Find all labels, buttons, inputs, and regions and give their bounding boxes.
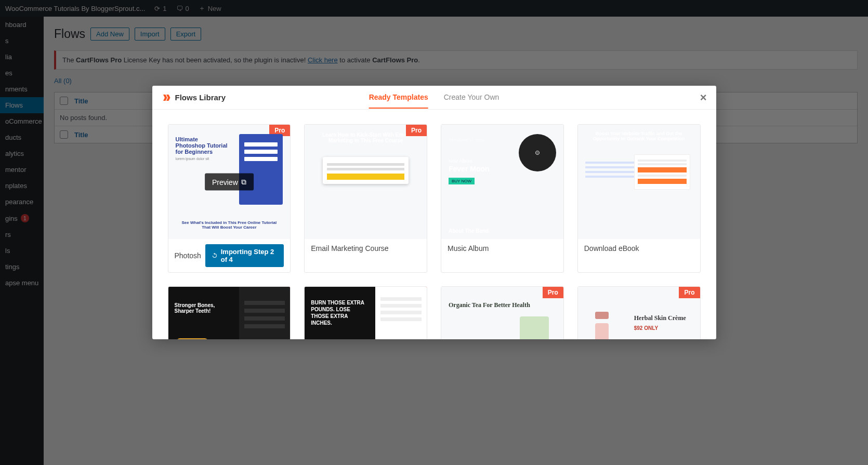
template-thumb: Pro Ultimate Photoshop Tutorial for Begi… bbox=[168, 125, 291, 239]
modal-title-text: Flows Library bbox=[175, 93, 226, 102]
flows-library-modal: Flows Library Ready Templates Create You… bbox=[152, 86, 716, 339]
importing-label: Importing Step 2 of 4 bbox=[221, 248, 278, 263]
template-title: Download eBook bbox=[584, 244, 639, 253]
modal-body: Pro Ultimate Photoshop Tutorial for Begi… bbox=[152, 110, 716, 339]
preview-label: Preview bbox=[212, 178, 238, 186]
template-thumb: Pro Herbal Skin Crème$92 ONLY bbox=[578, 287, 700, 339]
tab-create-your-own[interactable]: Create Your Own bbox=[444, 87, 499, 109]
pro-badge: Pro bbox=[679, 287, 700, 298]
template-title: Music Album bbox=[448, 244, 489, 253]
modal-overlay: Flows Library Ready Templates Create You… bbox=[0, 0, 868, 465]
preview-button[interactable]: Preview ⧉ bbox=[205, 174, 254, 191]
template-card-pet[interactable]: Pro Stronger Bones, Sharper Teeth! bbox=[168, 286, 291, 339]
pro-badge: Pro bbox=[543, 287, 563, 298]
template-card-music[interactable]: 8TH MARCH, 2020 New Album Fever Moon BUY… bbox=[441, 124, 564, 273]
close-button[interactable]: × bbox=[700, 91, 707, 104]
template-card-tea[interactable]: Pro Organic Tea For Better Health bbox=[441, 286, 564, 339]
template-thumb: Pro Organic Tea For Better Health bbox=[441, 287, 563, 339]
template-thumb: 8TH MARCH, 2020 New Album Fever Moon BUY… bbox=[441, 125, 563, 239]
template-thumb: Pro BURN THOSE EXTRA POUNDS. LOSE THOSE … bbox=[305, 287, 427, 339]
template-thumb: Pro Learn How to Kick-Start With Email M… bbox=[305, 125, 427, 239]
template-thumb: Pro Stronger Bones, Sharper Teeth! bbox=[168, 287, 291, 339]
template-card-photoshop[interactable]: Pro Ultimate Photoshop Tutorial for Begi… bbox=[168, 124, 291, 273]
template-card-fitness[interactable]: Pro BURN THOSE EXTRA POUNDS. LOSE THOSE … bbox=[304, 286, 427, 339]
modal-title: Flows Library bbox=[162, 93, 226, 102]
template-card-cream[interactable]: Pro Herbal Skin Crème$92 ONLY bbox=[577, 286, 701, 339]
importing-status: Importing Step 2 of 4 bbox=[205, 244, 284, 267]
template-title: Email Marketing Course bbox=[311, 244, 388, 253]
pro-badge: Pro bbox=[406, 125, 427, 136]
template-thumb: Boost Your Website Traffic and Get the O… bbox=[578, 125, 700, 239]
template-card-email[interactable]: Pro Learn How to Kick-Start With Email M… bbox=[304, 124, 427, 273]
spinner-icon bbox=[212, 252, 218, 259]
tab-ready-templates[interactable]: Ready Templates bbox=[369, 87, 428, 109]
external-link-icon: ⧉ bbox=[241, 178, 246, 187]
cartflows-icon bbox=[162, 93, 171, 102]
template-title: Photosh bbox=[175, 251, 201, 260]
template-card-ebook[interactable]: Boost Your Website Traffic and Get the O… bbox=[577, 124, 701, 273]
